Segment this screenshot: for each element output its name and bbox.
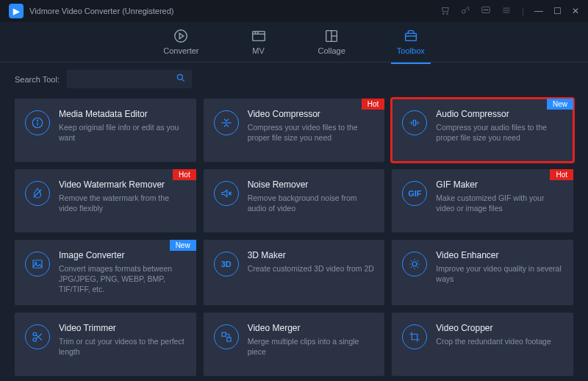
tool-card[interactable]: Video Trimmer Trim or cut your videos to… [15, 313, 196, 376]
svg-point-0 [442, 13, 444, 14]
tool-card[interactable]: Hot GIF GIF Maker Make customized GIF wi… [392, 169, 573, 232]
card-body: Audio Compressor Compress your audio fil… [436, 109, 564, 143]
card-title: Media Metadata Editor [59, 109, 187, 119]
divider-icon: | [522, 6, 524, 16]
badge-new: New [170, 240, 196, 251]
crop-icon [402, 324, 427, 349]
cart-icon[interactable] [440, 5, 450, 18]
card-title: Image Converter [59, 250, 187, 260]
close-button[interactable]: ✕ [572, 6, 579, 16]
maximize-button[interactable]: ☐ [553, 6, 562, 16]
tool-card[interactable]: Video Enhancer Improve your video qualit… [392, 240, 573, 305]
badge-new: New [547, 99, 573, 110]
main-nav: Converter MV Collage Toolbox [0, 22, 588, 62]
card-title: Video Enhancer [436, 250, 564, 260]
3d-icon: 3D [214, 252, 239, 277]
nav-toolbox[interactable]: Toolbox [392, 25, 429, 60]
nav-label: Toolbox [397, 46, 425, 55]
badge-hot: Hot [550, 169, 573, 180]
svg-point-20 [177, 74, 182, 79]
svg-marker-11 [180, 33, 184, 38]
svg-point-6 [487, 9, 488, 10]
nav-label: Collage [318, 46, 345, 55]
enhance-icon [402, 252, 427, 277]
svg-point-32 [412, 262, 417, 266]
tool-card[interactable]: Video Merger Merge multiple clips into a… [204, 313, 385, 376]
nav-collage[interactable]: Collage [314, 25, 350, 60]
tool-card[interactable]: Hot Video Compressor Compress your video… [204, 99, 385, 162]
info-icon [25, 110, 50, 135]
merge-icon [214, 324, 239, 349]
search-box[interactable] [67, 70, 192, 88]
card-body: Image Converter Convert images formats b… [59, 250, 187, 295]
card-body: 3D Maker Create customized 3D video from… [248, 250, 376, 274]
card-desc: Make customized GIF with your video or i… [436, 193, 564, 213]
card-desc: Crop the redundant video footage [436, 336, 564, 346]
card-body: Video Cropper Crop the redundant video f… [436, 323, 564, 346]
card-desc: Trim or cut your videos to the perfect l… [59, 336, 187, 357]
card-body: Video Merger Merge multiple clips into a… [248, 323, 376, 357]
tool-card[interactable]: Hot Video Watermark Remover Remove the w… [15, 169, 196, 232]
compress-icon [214, 110, 239, 135]
app-title: Vidmore Video Converter (Unregistered) [29, 7, 173, 15]
search-label: Search Tool: [15, 75, 60, 84]
menu-icon[interactable] [501, 5, 512, 18]
svg-rect-38 [226, 337, 230, 341]
svg-point-4 [484, 9, 484, 10]
svg-rect-30 [33, 260, 42, 268]
gif-icon: GIF [402, 181, 427, 206]
search-row: Search Tool: [0, 63, 588, 94]
titlebar: ▶ Vidmore Video Converter (Unregistered)… [0, 0, 588, 22]
card-body: Video Trimmer Trim or cut your videos to… [59, 323, 187, 357]
nav-label: MV [252, 46, 265, 55]
tools-grid: Media Metadata Editor Keep original file… [0, 94, 588, 381]
card-body: GIF Maker Make customized GIF with your … [436, 179, 564, 213]
card-desc: Merge multiple clips into a single piece [248, 336, 376, 357]
tool-card[interactable]: Video Cropper Crop the redundant video f… [392, 313, 573, 376]
tool-card[interactable]: Noise Remover Remove background noise fr… [204, 169, 385, 232]
card-title: GIF Maker [436, 179, 564, 190]
card-title: Video Trimmer [59, 323, 187, 333]
svg-point-13 [254, 32, 255, 32]
svg-rect-18 [405, 33, 416, 40]
search-icon[interactable] [176, 73, 186, 85]
card-desc: Keep original file info or edit as you w… [59, 122, 187, 143]
svg-point-2 [462, 10, 465, 13]
svg-point-5 [485, 9, 486, 10]
card-body: Media Metadata Editor Keep original file… [59, 109, 187, 143]
nav-label: Converter [163, 46, 198, 55]
card-body: Video Watermark Remover Remove the water… [59, 179, 187, 213]
image-icon [25, 252, 50, 277]
card-body: Video Enhancer Improve your video qualit… [436, 250, 564, 284]
titlebar-right: | — ☐ ✕ [440, 5, 579, 18]
card-desc: Improve your video quality in several wa… [436, 263, 564, 284]
card-title: Video Watermark Remover [59, 179, 187, 190]
card-title: Video Merger [248, 323, 376, 333]
card-desc: Compress your audio files to the proper … [436, 122, 564, 143]
app-logo-icon: ▶ [9, 4, 24, 18]
audio-compress-icon [402, 110, 427, 135]
card-body: Video Compressor Compress your video fil… [248, 109, 376, 143]
card-title: Noise Remover [248, 179, 376, 190]
tool-card[interactable]: New Audio Compressor Compress your audio… [392, 99, 573, 162]
card-desc: Remove the watermark from the video flex… [59, 193, 187, 213]
svg-point-24 [37, 120, 37, 121]
svg-point-14 [257, 32, 258, 32]
card-title: Video Compressor [248, 109, 376, 119]
badge-hot: Hot [173, 169, 196, 180]
key-icon[interactable] [460, 5, 470, 18]
watermark-icon [25, 181, 50, 206]
nav-mv[interactable]: MV [246, 25, 271, 60]
card-desc: Create customized 3D video from 2D [248, 263, 376, 274]
svg-line-21 [182, 79, 184, 82]
minimize-button[interactable]: — [534, 6, 543, 16]
nav-converter[interactable]: Converter [159, 25, 203, 60]
tool-card[interactable]: New Image Converter Convert images forma… [15, 240, 196, 305]
tool-card[interactable]: Media Metadata Editor Keep original file… [15, 99, 196, 162]
titlebar-left: ▶ Vidmore Video Converter (Unregistered) [9, 4, 173, 18]
card-desc: Compress your video files to the proper … [248, 122, 376, 143]
tool-card[interactable]: 3D 3D Maker Create customized 3D video f… [204, 240, 385, 305]
search-input[interactable] [73, 75, 176, 84]
feedback-icon[interactable] [481, 5, 491, 18]
trim-icon [25, 324, 50, 349]
